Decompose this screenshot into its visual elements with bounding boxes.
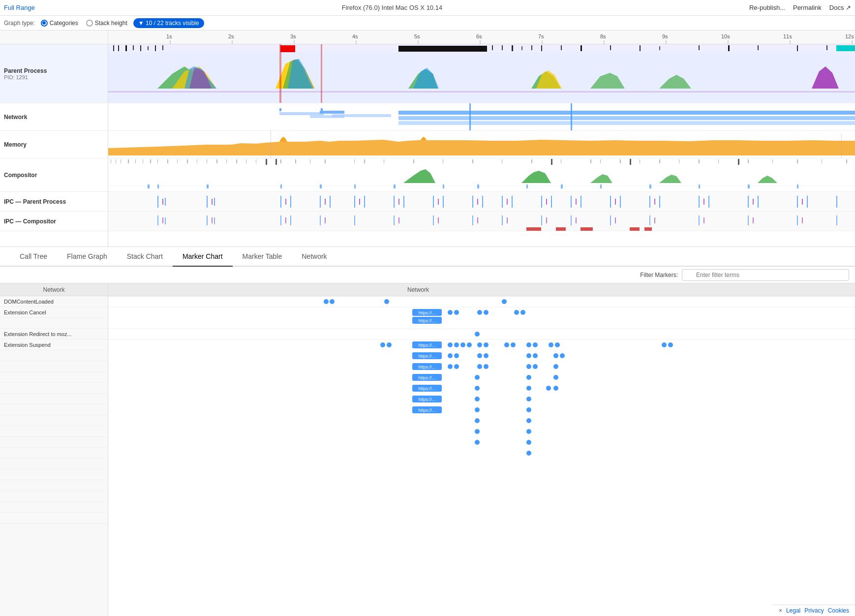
permalink-button[interactable]: Permalink <box>793 4 822 11</box>
svg-point-286 <box>475 386 480 391</box>
filter-input[interactable] <box>682 269 849 281</box>
svg-point-288 <box>546 386 551 391</box>
svg-point-257 <box>555 342 560 347</box>
svg-rect-163 <box>748 196 749 208</box>
tab-flame-graph[interactable]: Flame Graph <box>57 247 117 267</box>
svg-rect-51 <box>836 45 855 51</box>
footer-privacy[interactable]: Privacy <box>804 607 824 614</box>
tracks-visible-badge[interactable]: ▼ 10 / 22 tracks visible <box>133 18 204 28</box>
tab-stack-chart[interactable]: Stack Chart <box>117 247 173 267</box>
svg-point-266 <box>526 353 531 358</box>
svg-point-237 <box>514 310 519 315</box>
svg-rect-135 <box>157 196 158 208</box>
svg-rect-107 <box>748 159 749 163</box>
svg-rect-179 <box>615 199 616 205</box>
svg-rect-219 <box>802 217 803 223</box>
svg-rect-29 <box>140 45 141 51</box>
radio-stack-height[interactable]: Stack height <box>86 20 127 27</box>
footer-cookies[interactable]: Cookies <box>828 607 849 614</box>
svg-text:https://...: https://... <box>419 343 436 348</box>
svg-rect-189 <box>280 216 281 225</box>
svg-rect-120 <box>207 185 209 188</box>
svg-rect-36 <box>502 45 503 50</box>
svg-point-229 <box>384 299 389 304</box>
svg-rect-147 <box>433 196 434 208</box>
svg-rect-91 <box>364 159 365 163</box>
track-compositor[interactable] <box>108 158 855 192</box>
svg-rect-167 <box>836 196 837 208</box>
svg-rect-198 <box>571 216 572 225</box>
full-range-link[interactable]: Full Range <box>4 4 35 11</box>
footer-close[interactable]: × <box>779 607 782 614</box>
republish-button[interactable]: Re-publish... <box>749 4 785 11</box>
marker-label-empty-14 <box>0 480 108 491</box>
tab-marker-table[interactable]: Marker Table <box>233 247 292 267</box>
timeline-tracks[interactable]: 1s 2s 3s 4s 5s 6s 7s 8s 9s 10s 11s 12s <box>108 31 855 246</box>
svg-rect-194 <box>433 216 434 225</box>
track-ipc-compositor[interactable] <box>108 212 855 231</box>
svg-rect-172 <box>359 199 360 205</box>
marker-label-empty-16 <box>0 502 108 513</box>
svg-rect-44 <box>640 45 641 51</box>
svg-rect-137 <box>207 196 208 208</box>
svg-text:https://...: https://... <box>419 386 436 391</box>
svg-rect-126 <box>477 185 479 188</box>
svg-rect-192 <box>354 216 355 225</box>
track-network[interactable] <box>108 103 855 131</box>
svg-rect-216 <box>654 217 655 223</box>
footer-legal[interactable]: Legal <box>786 607 800 614</box>
svg-point-296 <box>475 407 480 412</box>
svg-rect-140 <box>290 196 291 208</box>
svg-point-297 <box>526 407 531 412</box>
marker-label-empty-7 <box>0 404 108 415</box>
radio-categories[interactable]: Categories <box>41 20 78 27</box>
svg-rect-174 <box>438 199 439 205</box>
svg-point-304 <box>526 451 531 456</box>
svg-point-230 <box>502 299 507 304</box>
svg-rect-122 <box>320 185 322 188</box>
svg-rect-217 <box>703 217 704 223</box>
svg-point-274 <box>477 364 482 369</box>
svg-rect-148 <box>443 196 444 208</box>
svg-point-272 <box>448 364 453 369</box>
marker-label-extension-cancel: Extension Cancel <box>0 307 108 318</box>
svg-rect-220 <box>526 227 541 231</box>
track-memory[interactable] <box>108 131 855 158</box>
ipc-parent-title: IPC — Parent Process <box>4 198 104 205</box>
track-parent[interactable] <box>108 44 855 103</box>
svg-rect-83 <box>236 159 237 163</box>
svg-text:11s: 11s <box>783 33 792 39</box>
svg-point-277 <box>533 364 538 369</box>
tab-call-tree[interactable]: Call Tree <box>10 247 57 267</box>
svg-rect-69 <box>116 159 116 163</box>
track-labels: Parent Process PID: 1291 Network Memory … <box>0 31 108 246</box>
marker-chart-svg: Network https://... https://... <box>108 283 855 616</box>
svg-rect-207 <box>285 217 286 223</box>
tab-network[interactable]: Network <box>292 247 336 267</box>
svg-rect-128 <box>561 185 563 188</box>
track-label-network: Network <box>0 103 108 131</box>
svg-text:1s: 1s <box>166 33 172 39</box>
svg-rect-168 <box>162 199 163 205</box>
svg-rect-97 <box>531 159 532 163</box>
tab-marker-chart[interactable]: Marker Chart <box>173 247 233 267</box>
svg-rect-190 <box>290 216 291 225</box>
marker-label-empty-10 <box>0 437 108 448</box>
svg-rect-142 <box>330 196 331 208</box>
docs-button[interactable]: Docs ↗ <box>829 4 851 11</box>
svg-rect-73 <box>143 159 143 163</box>
svg-rect-222 <box>580 227 593 231</box>
svg-rect-158 <box>620 196 621 208</box>
svg-text:6s: 6s <box>476 33 482 39</box>
svg-rect-133 <box>797 185 798 188</box>
svg-rect-109 <box>797 159 798 163</box>
svg-point-300 <box>475 429 480 434</box>
svg-rect-55 <box>279 108 281 111</box>
svg-rect-221 <box>556 227 566 231</box>
svg-rect-76 <box>167 159 168 163</box>
svg-rect-117 <box>108 185 855 186</box>
svg-text:https://...: https://... <box>419 375 436 380</box>
compositor-track-svg <box>108 158 855 192</box>
marker-chart-area[interactable]: Network https://... https://... <box>108 283 855 616</box>
track-ipc-parent[interactable] <box>108 192 855 212</box>
